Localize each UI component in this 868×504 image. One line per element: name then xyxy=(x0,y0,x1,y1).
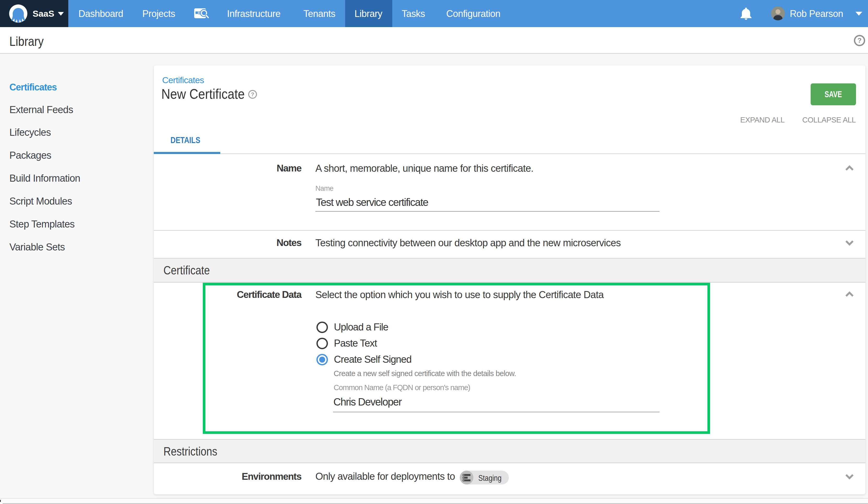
svg-text:?: ? xyxy=(251,91,255,97)
svg-text:?: ? xyxy=(858,36,862,44)
